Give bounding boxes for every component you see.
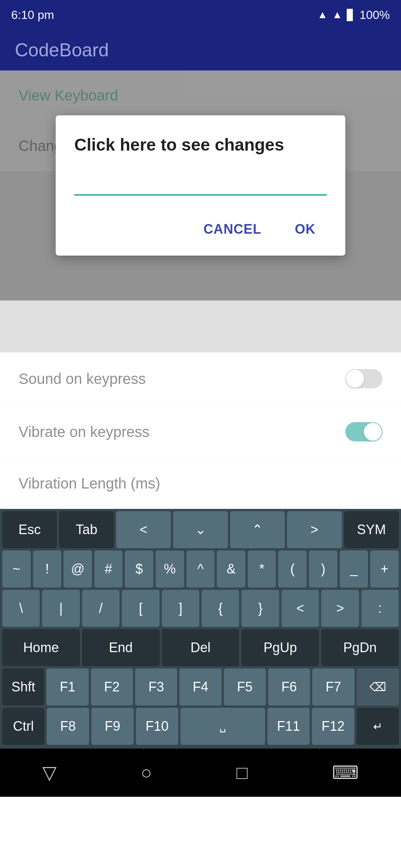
app-bar: CodeBoard: [0, 30, 401, 70]
settings-below: Sound on keypress Vibrate on keypress Vi…: [0, 352, 401, 509]
key-underscore[interactable]: _: [340, 550, 368, 588]
key-f7[interactable]: F7: [312, 668, 354, 706]
keyboard-row-1: Esc Tab < ⌄ ⌃ > SYM: [0, 509, 401, 548]
key-right[interactable]: >: [287, 511, 342, 548]
nav-bar: ▽ ○ □ ⌨: [0, 749, 401, 797]
sound-toggle-knob: [346, 370, 364, 388]
key-slash[interactable]: /: [82, 590, 120, 627]
recent-nav-icon[interactable]: □: [237, 762, 248, 783]
key-rbracket[interactable]: ]: [162, 590, 199, 627]
key-lt[interactable]: <: [281, 590, 319, 627]
vibrate-toggle[interactable]: [345, 422, 382, 441]
dialog: Click here to see changes CANCEL OK: [56, 115, 345, 256]
dialog-overlay: Click here to see changes CANCEL OK: [0, 70, 401, 300]
key-lparen[interactable]: (: [278, 550, 307, 588]
keyboard-row-6: Ctrl F8 F9 F10 ␣ F11 F12 ↵: [0, 706, 401, 749]
keyboard-row-3: \ | / [ ] { } < > :: [0, 588, 401, 627]
key-tab[interactable]: Tab: [59, 511, 114, 548]
key-sym[interactable]: SYM: [344, 511, 399, 548]
key-end[interactable]: End: [82, 629, 160, 666]
key-f3[interactable]: F3: [135, 668, 177, 706]
cancel-button[interactable]: CANCEL: [192, 214, 273, 244]
key-pipe[interactable]: |: [42, 590, 79, 627]
vibrate-toggle-knob: [364, 423, 382, 441]
home-nav-icon[interactable]: ○: [141, 762, 152, 783]
key-left[interactable]: <: [116, 511, 171, 548]
key-plus[interactable]: +: [370, 550, 399, 588]
key-space[interactable]: ␣: [180, 708, 265, 745]
key-ctrl[interactable]: Ctrl: [2, 708, 45, 745]
content-area: View Keyboard Change Keyboard Click here…: [0, 70, 401, 352]
key-f9[interactable]: F9: [91, 708, 134, 745]
key-f12[interactable]: F12: [312, 708, 354, 745]
key-esc[interactable]: Esc: [2, 511, 57, 548]
key-hash[interactable]: #: [94, 550, 123, 588]
key-f4[interactable]: F4: [179, 668, 221, 706]
key-enter[interactable]: ↵: [356, 708, 399, 745]
ok-button[interactable]: OK: [284, 214, 327, 244]
vibrate-keypress-item[interactable]: Vibrate on keypress: [0, 405, 401, 458]
dialog-input-area[interactable]: [74, 171, 327, 195]
key-f1[interactable]: F1: [46, 668, 88, 706]
keyboard-row-5: Shft F1 F2 F3 F4 F5 F6 F7 ⌫: [0, 666, 401, 706]
keyboard-row-4: Home End Del PgUp PgDn: [0, 627, 401, 666]
wifi-icon: ▲: [317, 9, 328, 21]
key-backslash[interactable]: \: [2, 590, 40, 627]
time: 6:10 pm: [11, 8, 54, 22]
sound-toggle[interactable]: [345, 369, 382, 388]
key-f5[interactable]: F5: [224, 668, 266, 706]
sound-keypress-item[interactable]: Sound on keypress: [0, 352, 401, 405]
battery-icon: ▊: [347, 9, 355, 21]
key-pgdn[interactable]: PgDn: [321, 629, 399, 666]
vibrate-keypress-label: Vibrate on keypress: [19, 424, 150, 440]
keyboard-row-2: ~ ! @ # $ % ^ & * ( ) _ +: [0, 548, 401, 588]
key-asterisk[interactable]: *: [248, 550, 276, 588]
key-f8[interactable]: F8: [47, 708, 89, 745]
key-at[interactable]: @: [63, 550, 92, 588]
sound-keypress-label: Sound on keypress: [19, 371, 146, 387]
status-bar: 6:10 pm ▲ ▲ ▊ 100%: [0, 0, 401, 30]
key-percent[interactable]: %: [156, 550, 184, 588]
key-backspace[interactable]: ⌫: [357, 668, 399, 706]
vibration-length-label: Vibration Length (ms): [19, 475, 160, 492]
key-del[interactable]: Del: [162, 629, 239, 666]
dialog-actions: CANCEL OK: [74, 210, 327, 244]
key-shift[interactable]: Shft: [2, 668, 44, 706]
key-f10[interactable]: F10: [136, 708, 178, 745]
key-gt[interactable]: >: [321, 590, 359, 627]
key-lbrace[interactable]: {: [202, 590, 239, 627]
key-dollar[interactable]: $: [125, 550, 153, 588]
key-rparen[interactable]: ): [309, 550, 338, 588]
key-f11[interactable]: F11: [267, 708, 310, 745]
dialog-input[interactable]: [74, 171, 327, 195]
key-up[interactable]: ⌃: [230, 511, 285, 548]
key-exclaim[interactable]: !: [33, 550, 62, 588]
keyboard-area: Esc Tab < ⌄ ⌃ > SYM ~ ! @ # $ % ^ & * ( …: [0, 509, 401, 749]
battery-percent: 100%: [359, 8, 390, 22]
key-lbracket[interactable]: [: [122, 590, 159, 627]
vibration-length-item[interactable]: Vibration Length (ms): [0, 458, 401, 509]
status-icons: ▲ ▲ ▊ 100%: [317, 8, 390, 22]
key-home[interactable]: Home: [2, 629, 80, 666]
dialog-title: Click here to see changes: [74, 134, 327, 156]
key-ampersand[interactable]: &: [217, 550, 245, 588]
signal-icon: ▲: [332, 9, 342, 21]
key-rbrace[interactable]: }: [241, 590, 279, 627]
back-nav-icon[interactable]: ▽: [42, 762, 56, 783]
key-f6[interactable]: F6: [268, 668, 310, 706]
key-tilde[interactable]: ~: [2, 550, 31, 588]
key-colon[interactable]: :: [361, 590, 399, 627]
keyboard-nav-icon[interactable]: ⌨: [332, 762, 359, 783]
key-pgup[interactable]: PgUp: [241, 629, 319, 666]
app-title: CodeBoard: [15, 39, 109, 61]
key-f2[interactable]: F2: [91, 668, 133, 706]
key-down[interactable]: ⌄: [173, 511, 228, 548]
key-caret[interactable]: ^: [186, 550, 215, 588]
